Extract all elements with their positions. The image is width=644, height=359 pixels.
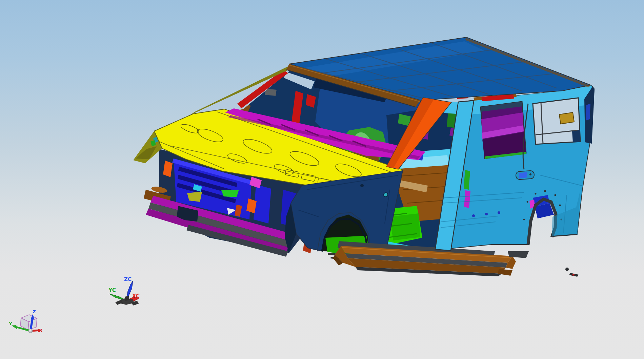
wcs-triad[interactable]: ZC YC XC bbox=[108, 276, 140, 305]
olive-bracket bbox=[187, 192, 202, 202]
wcs-base-arm bbox=[115, 300, 123, 305]
model-canvas[interactable]: ZC YC XC Z Y X bbox=[0, 0, 644, 359]
wcs-z-label: ZC bbox=[124, 276, 132, 282]
wcs-base-stub bbox=[125, 296, 129, 301]
door-stud bbox=[485, 213, 488, 215]
rear-door-window[interactable] bbox=[481, 102, 526, 159]
door-handle-glint bbox=[519, 172, 527, 178]
view-y-label: Y bbox=[8, 321, 12, 326]
far-glass-blue bbox=[586, 104, 590, 121]
window-corner-navy bbox=[572, 130, 580, 142]
view-y-arrowhead bbox=[12, 325, 17, 329]
support-column-blue bbox=[254, 185, 271, 224]
door-lock-dot bbox=[529, 173, 531, 175]
quarter-window[interactable] bbox=[533, 98, 580, 144]
debris-dot bbox=[565, 268, 569, 271]
wcs-y-label: YC bbox=[108, 287, 116, 293]
door-stud bbox=[472, 214, 475, 217]
door-stud bbox=[498, 211, 500, 214]
fender-teal-grommet bbox=[384, 193, 388, 197]
view-z-label: Z bbox=[33, 309, 36, 314]
fender-hole bbox=[360, 184, 364, 187]
loose-parts bbox=[565, 268, 579, 277]
latch-bracket-olive bbox=[559, 112, 574, 124]
view-x-label: X bbox=[39, 328, 42, 333]
green-bracket bbox=[221, 190, 239, 197]
wcs-x-label: XC bbox=[132, 293, 140, 299]
view-orientation-triad[interactable]: Z Y X bbox=[8, 309, 42, 333]
datum-cube[interactable] bbox=[20, 315, 37, 330]
origin-sphere bbox=[28, 329, 33, 333]
cad-3d-viewport[interactable]: ZC YC XC Z Y X bbox=[0, 0, 644, 359]
